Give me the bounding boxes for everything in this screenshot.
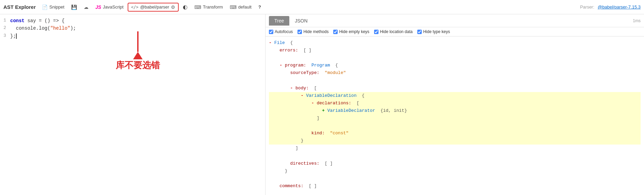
- tree-line-kind: kind: "const": [269, 130, 641, 137]
- snippet-icon: 📄: [42, 4, 48, 10]
- help-icon: ?: [258, 4, 261, 10]
- snippet-label: Snippet: [49, 4, 64, 10]
- tree-line-blank4: [269, 152, 641, 160]
- hide-empty-keys-checkbox[interactable]: [333, 30, 338, 34]
- arrow-shaft: [137, 31, 139, 52]
- nav-parser[interactable]: </> @babel/parser ⚙: [128, 3, 179, 12]
- nav-help[interactable]: ?: [256, 3, 264, 11]
- hide-location-data-checkbox[interactable]: [374, 30, 379, 34]
- code-line-1: 1 const say = () => {: [0, 17, 265, 25]
- nav-cloud[interactable]: ☁: [81, 3, 91, 11]
- tree-line-directives: directives: [ ]: [269, 160, 641, 167]
- main-content: 1 const say = () => { 2 console.log("hel…: [0, 14, 644, 195]
- tree-line-comments: comments: [ ]: [269, 182, 641, 190]
- tree-line-program: - program: Program {: [269, 62, 641, 69]
- tree-line-program-close: }: [269, 167, 641, 175]
- nav-transform[interactable]: ⌨ Transform: [192, 3, 226, 11]
- javascript-label: JavaScript: [103, 4, 124, 10]
- tree-line-file: - File {: [269, 39, 641, 47]
- hide-empty-keys-label: Hide empty keys: [339, 29, 369, 34]
- tree-line-body-close: ]: [269, 145, 641, 152]
- option-hide-methods[interactable]: Hide methods: [297, 29, 328, 34]
- tree-line-vardecl-close: }: [269, 137, 641, 145]
- tree-line-blank5: [269, 175, 641, 182]
- tree-line-blank2: [269, 77, 641, 84]
- hide-location-data-label: Hide location data: [380, 29, 413, 34]
- annotation-text: 库不要选错: [116, 59, 160, 71]
- ast-timer: 1ms: [633, 18, 641, 23]
- annotation: 库不要选错: [116, 31, 160, 71]
- ast-tree[interactable]: - File { errors: [ ] - program: Program …: [265, 36, 644, 195]
- nav-toggle[interactable]: ◐: [180, 2, 190, 12]
- transform-icon: ⌨: [194, 4, 201, 10]
- tree-line-blank1: [269, 54, 641, 62]
- hide-methods-label: Hide methods: [303, 29, 328, 34]
- option-hide-type-keys[interactable]: Hide type keys: [417, 29, 450, 34]
- tree-line-sourcetype: sourceType: "module": [269, 69, 641, 77]
- line-code-1: const say = () => {: [10, 17, 65, 25]
- autofocus-label: Autofocus: [275, 29, 293, 34]
- ast-panel: Tree JSON 1ms Autofocus Hide methods Hid…: [265, 14, 644, 195]
- tab-json[interactable]: JSON: [289, 16, 313, 26]
- hide-methods-checkbox[interactable]: [297, 30, 302, 34]
- hide-type-keys-label: Hide type keys: [423, 29, 450, 34]
- option-autofocus[interactable]: Autofocus: [269, 29, 293, 34]
- nav-default[interactable]: ⌨ default: [227, 3, 254, 11]
- line-code-3: };: [10, 32, 19, 40]
- ast-options: Autofocus Hide methods Hide empty keys H…: [265, 27, 644, 36]
- arrow-head: [133, 52, 143, 59]
- tree-line-vardecl: - VariableDeclaration {: [269, 92, 641, 100]
- tree-line-vardeclarator: + VariableDeclarator {id, init}: [269, 107, 641, 115]
- tree-line-errors: errors: [ ]: [269, 47, 641, 54]
- line-num-1: 1: [0, 17, 10, 24]
- option-hide-location-data[interactable]: Hide location data: [374, 29, 413, 34]
- default-icon: ⌨: [230, 4, 237, 10]
- tree-line-blank3: [269, 122, 641, 130]
- default-label: default: [238, 4, 252, 10]
- save-icon: 💾: [71, 4, 77, 10]
- code-icon: </>: [131, 5, 139, 10]
- toggle-icon: ◐: [183, 4, 188, 10]
- option-hide-empty-keys[interactable]: Hide empty keys: [333, 29, 369, 34]
- line-num-3: 3: [0, 32, 10, 40]
- tree-line-declarations: - declarations: [: [269, 100, 641, 107]
- line-num-2: 2: [0, 25, 10, 32]
- tab-tree[interactable]: Tree: [269, 16, 289, 26]
- nav-snippet[interactable]: 📄 Snippet: [39, 3, 67, 11]
- ast-tabs: Tree JSON 1ms: [265, 14, 644, 27]
- transform-label: Transform: [203, 4, 223, 10]
- hide-type-keys-checkbox[interactable]: [417, 30, 422, 34]
- line-code-2: console.log("hello");: [10, 25, 76, 32]
- brand-title: AST Explorer: [3, 4, 36, 10]
- parser-info-label: Parser:: [580, 4, 594, 10]
- code-editor[interactable]: 1 const say = () => { 2 console.log("hel…: [0, 14, 265, 195]
- navbar: AST Explorer 📄 Snippet 💾 ☁ JS JavaScript…: [0, 0, 644, 14]
- nav-javascript[interactable]: JS JavaScript: [93, 3, 126, 11]
- tree-line-decl-close: ]: [269, 115, 641, 122]
- gear-icon: ⚙: [171, 4, 175, 10]
- tree-line-body: - body: [: [269, 85, 641, 92]
- cloud-icon: ☁: [84, 4, 88, 10]
- nav-save[interactable]: 💾: [68, 3, 80, 11]
- js-icon: JS: [95, 4, 101, 10]
- autofocus-checkbox[interactable]: [269, 30, 273, 34]
- parser-version-link[interactable]: @babel/parser-7.15.3: [598, 4, 641, 10]
- parser-label: @babel/parser: [140, 4, 169, 10]
